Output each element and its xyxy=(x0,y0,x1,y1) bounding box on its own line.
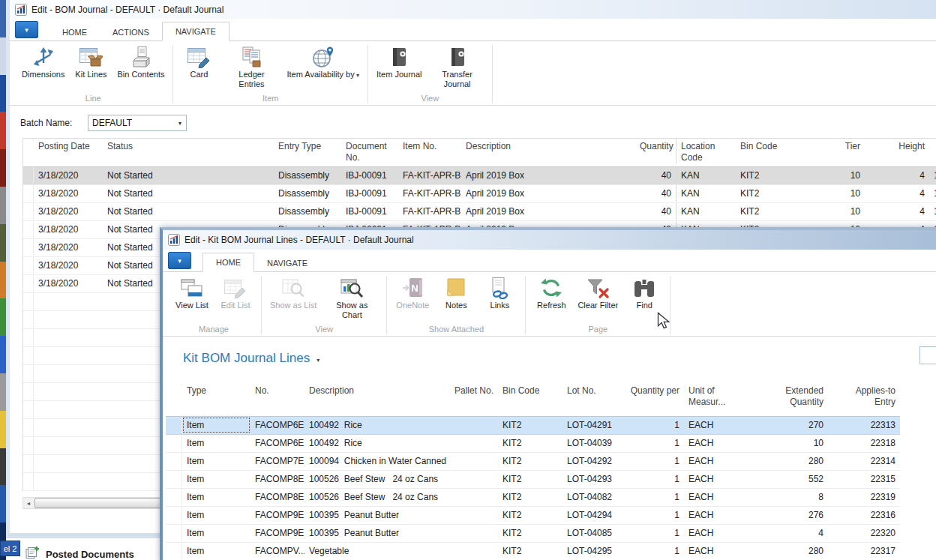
cell-bin-code[interactable]: KIT2 xyxy=(736,167,826,184)
row-selector[interactable] xyxy=(166,471,182,487)
cell-entry-type[interactable]: Disassembly xyxy=(274,167,341,184)
cell-pallet-no[interactable] xyxy=(423,435,498,451)
cell-lot-no[interactable]: LOT-04085 xyxy=(562,525,622,541)
row-selector[interactable] xyxy=(166,525,182,541)
cell-item-no[interactable]: FA-KIT-APR-B xyxy=(398,167,461,184)
cell-lot-no[interactable]: LOT-04293 xyxy=(562,471,622,487)
cell-type[interactable]: Item xyxy=(182,507,250,523)
column-header-location-code[interactable]: Location Code xyxy=(676,139,736,163)
cell-unit-of-measure[interactable]: EACH xyxy=(684,507,756,523)
cell-extended-quantity[interactable]: 280 xyxy=(756,453,828,469)
cell-pallet-no[interactable] xyxy=(423,543,498,559)
table-row[interactable]: ItemFACOMP9E100395 Peanut ButterKIT2LOT-… xyxy=(166,525,900,543)
cell-description[interactable]: April 2019 Box xyxy=(461,203,635,220)
cell-entry-type[interactable]: Disassembly xyxy=(274,185,341,202)
cell-no[interactable]: FACOMP7E xyxy=(250,453,304,469)
cell-no[interactable]: FACOMPV... xyxy=(250,543,304,559)
cell-no[interactable]: FACOMP6E xyxy=(250,435,304,451)
cell-location-code[interactable]: KAN xyxy=(676,203,736,220)
table-row[interactable]: ItemFACOMP6E100492 RiceKIT2LOT-042911EAC… xyxy=(166,417,900,435)
cell-extra[interactable]: 1 xyxy=(929,167,936,184)
cell-description[interactable]: Vegetable xyxy=(304,543,423,559)
cell-type[interactable]: Item xyxy=(182,471,250,487)
cell-applies-to-entry[interactable]: 22319 xyxy=(828,489,900,505)
cell-description[interactable]: 100526 Beef Stew 24 oz Cans xyxy=(304,471,423,487)
cell-quantity[interactable]: 40 xyxy=(635,185,676,202)
row-selector[interactable] xyxy=(23,221,34,238)
row-selector[interactable] xyxy=(23,257,34,274)
cell-quantity-per[interactable]: 1 xyxy=(622,525,684,541)
batch-name-combobox[interactable]: DEFAULT ▾ xyxy=(88,115,187,131)
cell-tier[interactable]: 10 xyxy=(826,185,865,202)
cell-tier[interactable]: 10 xyxy=(826,203,865,220)
application-menu-button[interactable]: ▾ xyxy=(15,21,38,38)
row-selector[interactable] xyxy=(23,275,34,292)
table-row[interactable]: ItemFACOMP7E100094 Chicken in Water Cann… xyxy=(166,453,900,471)
tab-navigate[interactable]: NAVIGATE xyxy=(162,22,230,41)
cell-height[interactable]: 4 xyxy=(865,185,929,202)
posted-documents-link[interactable]: Posted Documents xyxy=(26,547,134,560)
cell-pallet-no[interactable] xyxy=(423,453,498,469)
cell-unit-of-measure[interactable]: EACH xyxy=(684,417,756,433)
table-row[interactable]: 3/18/2020Not StartedDisassemblyIBJ-00091… xyxy=(23,203,936,221)
scroll-left-button[interactable]: ◄ xyxy=(23,498,34,508)
cell-bin-code[interactable]: KIT2 xyxy=(498,507,562,523)
cell-document-no[interactable]: IBJ-00091 xyxy=(341,185,398,202)
cell-description[interactable]: 100492 Rice xyxy=(304,435,423,451)
column-header-description[interactable]: Description xyxy=(461,139,635,152)
cell-applies-to-entry[interactable]: 22313 xyxy=(828,417,900,433)
column-header-applies-to-entry[interactable]: Applies-to Entry xyxy=(828,383,900,408)
cell-tier[interactable]: 10 xyxy=(826,167,865,184)
table-row[interactable]: ItemFACOMP6E100492 RiceKIT2LOT-040391EAC… xyxy=(166,435,900,453)
table-row[interactable]: 3/18/2020Not StartedDisassemblyIBJ-00091… xyxy=(23,185,936,203)
cell-applies-to-entry[interactable]: 22315 xyxy=(828,471,900,487)
row-selector[interactable] xyxy=(166,417,182,433)
cell-quantity-per[interactable]: 1 xyxy=(622,417,684,433)
row-selector[interactable] xyxy=(23,203,34,220)
cell-status[interactable]: Not Started xyxy=(103,203,274,220)
column-header-extended-quantity[interactable]: Extended Quantity xyxy=(756,383,828,408)
cell-bin-code[interactable]: KIT2 xyxy=(498,543,562,559)
find-button[interactable]: Find xyxy=(622,274,666,310)
onenote-button[interactable]: NOneNote xyxy=(391,274,434,310)
row-selector[interactable] xyxy=(166,435,182,451)
cell-unit-of-measure[interactable]: EACH xyxy=(684,471,756,487)
cell-unit-of-measure[interactable]: EACH xyxy=(684,453,756,469)
table-row[interactable]: ItemFACOMPV...VegetableKIT2LOT-042951EAC… xyxy=(166,543,900,560)
cell-extended-quantity[interactable]: 4 xyxy=(756,525,828,541)
cell-quantity-per[interactable]: 1 xyxy=(622,453,684,469)
item-availability-by-button[interactable]: Item Availability by ▾ xyxy=(282,43,364,79)
cell-no[interactable]: FACOMP6E xyxy=(250,417,304,433)
cell-posting-date[interactable]: 3/18/2020 xyxy=(34,221,103,238)
row-selector[interactable] xyxy=(166,489,182,505)
cell-posting-date[interactable]: 3/18/2020 xyxy=(34,239,103,256)
tab-actions[interactable]: ACTIONS xyxy=(100,23,162,41)
cell-extended-quantity[interactable]: 276 xyxy=(756,507,828,523)
tab-home[interactable]: HOME xyxy=(50,23,100,41)
cell-type[interactable]: Item xyxy=(182,417,250,433)
cell-extended-quantity[interactable]: 280 xyxy=(756,543,828,559)
cell-applies-to-entry[interactable]: 22316 xyxy=(828,507,900,523)
column-header-description[interactable]: Description xyxy=(304,383,423,397)
cell-lot-no[interactable]: LOT-04082 xyxy=(562,489,622,505)
cell-unit-of-measure[interactable]: EACH xyxy=(684,543,756,559)
cell-item-no[interactable]: FA-KIT-APR-B xyxy=(398,203,461,220)
cell-posting-date[interactable]: 3/18/2020 xyxy=(34,257,103,274)
column-header-posting-date[interactable]: Posting Date xyxy=(34,139,103,152)
cell-extended-quantity[interactable]: 270 xyxy=(756,417,828,433)
cell-no[interactable]: FACOMP9E xyxy=(250,525,304,541)
clear-filter-button[interactable]: Clear Filter xyxy=(573,274,622,310)
cell-bin-code[interactable]: KIT2 xyxy=(498,471,562,487)
column-header-pallet-no[interactable]: Pallet No. xyxy=(423,383,498,397)
cell-quantity[interactable]: 40 xyxy=(635,203,676,220)
kit-bom-titlebar[interactable]: Edit - Kit BOM Journal Lines - DEFAULT ·… xyxy=(163,230,936,250)
search-box-partial[interactable] xyxy=(920,346,936,364)
row-selector[interactable] xyxy=(23,239,34,256)
cell-no[interactable]: FACOMP8E xyxy=(250,489,304,505)
cell-bin-code[interactable]: KIT2 xyxy=(498,417,562,433)
cell-description[interactable]: 100094 Chicken in Water Canned xyxy=(304,453,423,469)
cell-applies-to-entry[interactable]: 22317 xyxy=(828,543,900,559)
cell-bin-code[interactable]: KIT2 xyxy=(498,435,562,451)
column-header-no[interactable]: No. xyxy=(250,383,304,397)
refresh-button[interactable]: Refresh xyxy=(530,274,573,310)
